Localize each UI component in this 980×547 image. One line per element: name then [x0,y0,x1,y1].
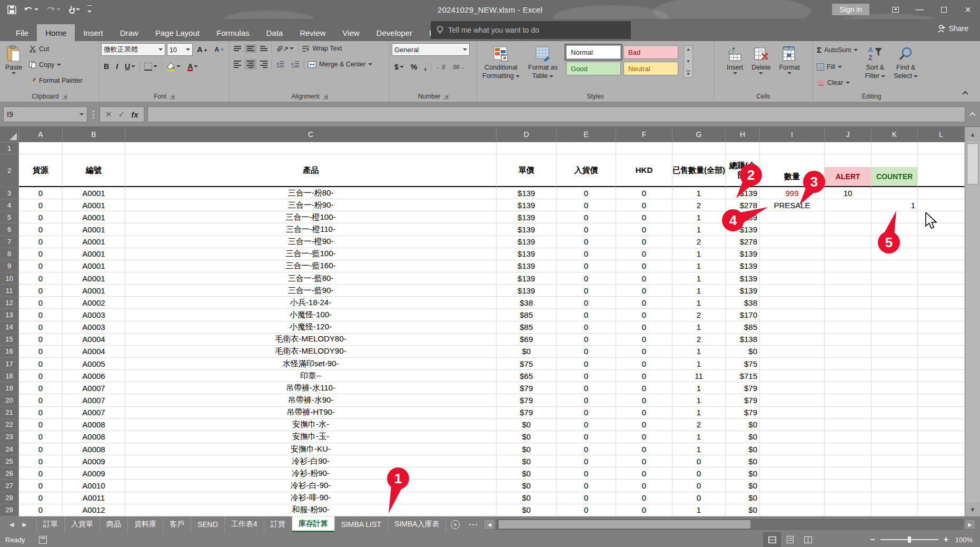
expand-formula-bar-button[interactable] [968,112,977,116]
cell-C8[interactable]: 三合一-藍100- [125,248,497,260]
cell-F19[interactable]: 0 [616,382,672,394]
cell-D24[interactable]: $0 [497,443,557,455]
menu-tab-formulas[interactable]: Formulas [208,24,258,41]
cell-I18[interactable] [760,370,825,382]
font-dialog-launcher[interactable] [170,94,174,99]
cell-B16[interactable]: A0004 [63,346,125,358]
horizontal-scroll-thumb[interactable] [499,520,750,529]
cell-E22[interactable]: 0 [557,419,616,431]
cell-H19[interactable]: $79 [726,382,760,394]
cell-H5[interactable]: $139 [726,211,760,223]
cell-G9[interactable]: 1 [672,260,726,272]
cell-F24[interactable]: 0 [616,443,672,455]
cell-C22[interactable]: 安撫巾-水- [125,419,497,431]
cell-C26[interactable]: 冷衫-粉90- [125,467,497,480]
cell-H16[interactable]: $0 [726,346,760,358]
cell-F10[interactable]: 0 [616,272,672,285]
cell-C5[interactable]: 三合一-橙100- [125,211,497,223]
cell-F29[interactable]: 0 [616,504,672,516]
align-bottom-button[interactable] [258,44,270,53]
cell-G29[interactable]: 1 [672,504,726,516]
cell-E19[interactable]: 0 [557,382,616,394]
row-header-6[interactable]: 6 [0,223,19,236]
cell-I29[interactable] [760,504,825,516]
underline-button[interactable]: U [122,62,138,71]
cell-L1[interactable] [918,142,965,154]
cell-L23[interactable] [918,431,965,443]
cell-H23[interactable]: $0 [726,431,760,443]
close-button[interactable]: × [956,0,980,19]
cell-A25[interactable]: 0 [19,455,63,467]
cell-C9[interactable]: 三合一-藍160- [125,260,497,272]
cell-F17[interactable]: 0 [616,358,672,370]
cell-C12[interactable]: 小兵-18-24- [125,297,497,309]
row-header-4[interactable]: 4 [0,199,19,211]
cell-K23[interactable] [872,431,918,443]
row-header-9[interactable]: 9 [0,260,19,272]
cell-L28[interactable] [918,492,965,504]
cell-D16[interactable]: $0 [497,346,557,358]
fill-color-button[interactable] [164,62,183,72]
cell-E23[interactable]: 0 [557,431,616,443]
menu-tab-insert[interactable]: Insert [75,24,112,41]
cell-H7[interactable]: $278 [726,236,760,248]
cell-C15[interactable]: 毛衛衣-MELODY80- [125,334,497,346]
cell-E27[interactable]: 0 [557,480,616,492]
row-header-28[interactable]: 28 [0,492,19,504]
cell-D4[interactable]: $139 [497,199,557,211]
cell-K29[interactable] [872,504,918,516]
cell-K16[interactable] [872,346,918,358]
col-header-C[interactable]: C [125,127,497,142]
number-format-select[interactable]: General [392,43,470,56]
cell-B2[interactable]: 編號 [63,154,125,187]
cell-J22[interactable] [825,419,872,431]
accounting-format-button[interactable]: $ [392,62,407,72]
cell-L24[interactable] [918,443,965,455]
cell-E25[interactable]: 0 [557,455,616,467]
page-layout-view-button[interactable] [781,532,799,547]
cell-L19[interactable] [918,382,965,394]
cell-E11[interactable]: 0 [557,285,616,297]
cell-A8[interactable]: 0 [19,248,63,260]
cell-K14[interactable] [872,321,918,334]
cell-J24[interactable] [825,443,872,455]
cell-J19[interactable] [825,382,872,394]
cell-E28[interactable]: 0 [557,492,616,504]
cell-A29[interactable]: 0 [19,504,63,516]
cell-I20[interactable] [760,394,825,406]
cell-K22[interactable] [872,419,918,431]
cell-G16[interactable]: 1 [672,346,726,358]
cell-G22[interactable]: 2 [672,419,726,431]
cell-L3[interactable] [918,187,965,199]
cell-I23[interactable] [760,431,825,443]
cell-G17[interactable]: 1 [672,358,726,370]
cell-F8[interactable]: 0 [616,248,672,260]
cell-G18[interactable]: 11 [672,370,726,382]
cell-H11[interactable]: $139 [726,285,760,297]
format-as-table-button[interactable]: Format as Table [525,43,561,82]
scroll-down-button[interactable]: ▼ [965,502,980,516]
tell-me-search[interactable]: Tell me what you want to do [431,21,631,39]
menu-tab-developer[interactable]: Developer [368,24,421,41]
cell-B12[interactable]: A0002 [63,297,125,309]
cell-F16[interactable]: 0 [616,346,672,358]
cell-A4[interactable]: 0 [19,199,63,211]
zoom-out-button[interactable]: − [870,535,875,544]
cell-C10[interactable]: 三合一-藍80- [125,272,497,285]
cell-G15[interactable]: 2 [672,334,726,346]
cell-L5[interactable] [918,211,965,223]
find-select-button[interactable]: Find & Select [890,43,921,82]
cell-A24[interactable]: 0 [19,443,63,455]
cell-I27[interactable] [760,480,825,492]
insert-cells-button[interactable]: Insert [724,43,746,76]
row-header-23[interactable]: 23 [0,431,19,443]
cell-L26[interactable] [918,467,965,480]
cell-K28[interactable] [872,492,918,504]
paste-dropdown[interactable] [12,72,16,74]
cell-A15[interactable]: 0 [19,334,63,346]
cell-J3[interactable]: 10 [825,187,872,199]
cell-J21[interactable] [825,407,872,419]
cell-C16[interactable]: 毛衛衣-MELODY90- [125,346,497,358]
cell-J23[interactable] [825,431,872,443]
cell-D10[interactable]: $139 [497,272,557,285]
